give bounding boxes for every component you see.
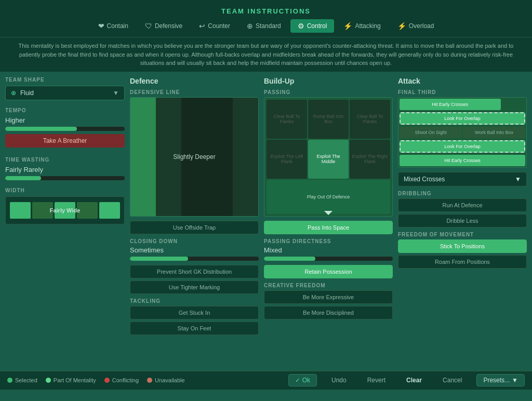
width-visual[interactable]: Fairly Wide bbox=[5, 196, 125, 224]
contain-icon: ❤ bbox=[98, 22, 104, 30]
time-wasting-section: TIME WASTING Fairly Rarely bbox=[5, 157, 125, 180]
width-value: Fairly Wide bbox=[50, 207, 81, 213]
closing-down-value: Sometimes bbox=[130, 246, 259, 254]
part-of-mentality-label: Part Of Mentality bbox=[54, 377, 96, 383]
width-section: WIDTH Fairly Wide bbox=[5, 188, 125, 224]
tempo-section: TEMPO Higher Take A Breather bbox=[5, 108, 125, 150]
presets-button[interactable]: Presets... ▼ bbox=[476, 374, 525, 386]
defence-panel: Defence DEFENSIVE LINE Slightly Deeper U… bbox=[130, 77, 259, 366]
cancel-button[interactable]: Cancel bbox=[436, 375, 468, 386]
undo-button[interactable]: Undo bbox=[325, 375, 353, 386]
att-hit-early-top[interactable]: Hit Early Crosses bbox=[400, 99, 501, 110]
retain-possession-button[interactable]: Retain Possession bbox=[264, 265, 393, 278]
tab-standard[interactable]: ⊕ Standard bbox=[240, 19, 288, 33]
att-hit-early-bottom[interactable]: Hit Early Crosses bbox=[400, 155, 525, 166]
left-panel: TEAM SHAPE ⊕ Fluid ▼ TEMPO Higher Take A… bbox=[5, 77, 125, 366]
time-wasting-slider[interactable] bbox=[5, 176, 125, 180]
legend-selected: Selected bbox=[7, 377, 37, 383]
bu-exploit-left[interactable]: Exploit The Left Flank bbox=[267, 140, 307, 179]
tab-attacking[interactable]: ⚡ Attacking bbox=[336, 19, 388, 33]
bu-play-out[interactable]: Play Out Of Defence bbox=[267, 180, 390, 213]
be-expressive-button[interactable]: Be More Expressive bbox=[264, 290, 393, 304]
footer: Selected Part Of Mentality Conflicting U… bbox=[0, 371, 532, 390]
tighter-marking-button[interactable]: Use Tighter Marking bbox=[130, 280, 259, 294]
defensive-line-value: Slightly Deeper bbox=[173, 153, 215, 161]
closing-down-label: CLOSING DOWN bbox=[130, 238, 259, 244]
att-shoot-sight[interactable]: Shoot On Sight bbox=[400, 127, 462, 138]
chevron-down-icon: ▼ bbox=[113, 89, 119, 97]
att-work-ball[interactable]: Work Ball Into Box bbox=[463, 127, 525, 138]
revert-button[interactable]: Revert bbox=[361, 375, 392, 386]
tackling-label: TACKLING bbox=[130, 298, 259, 304]
get-stuck-button[interactable]: Get Stuck In bbox=[130, 306, 259, 319]
defensive-line-viz: Slightly Deeper bbox=[130, 97, 259, 217]
conflicting-dot bbox=[104, 378, 110, 383]
clear-button[interactable]: Clear bbox=[400, 375, 428, 386]
defensive-icon: 🛡 bbox=[145, 22, 152, 30]
legend-part-of-mentality: Part Of Mentality bbox=[46, 377, 96, 383]
tempo-slider[interactable] bbox=[5, 127, 125, 131]
main-content: TEAM SHAPE ⊕ Fluid ▼ TEMPO Higher Take A… bbox=[0, 72, 532, 371]
att-look-overlap-top[interactable]: Look For Overlap bbox=[400, 112, 525, 125]
width-block-1 bbox=[10, 202, 31, 219]
team-shape-label: TEAM SHAPE bbox=[5, 77, 125, 83]
passing-directness-fill bbox=[264, 257, 315, 261]
legend-unavailable: Unavailable bbox=[147, 377, 184, 383]
creative-freedom-label: CREATIVE FREEDOM bbox=[264, 283, 393, 288]
tab-counter[interactable]: ↩ Counter bbox=[192, 19, 237, 33]
time-wasting-value: Fairly Rarely bbox=[5, 166, 125, 173]
stay-feet-button[interactable]: Stay On Feet bbox=[130, 322, 259, 335]
offside-trap-button[interactable]: Use Offside Trap bbox=[130, 221, 259, 234]
attack-row-last: Hit Early Crosses bbox=[398, 154, 526, 167]
att-look-overlap-bottom[interactable]: Look For Overlap bbox=[400, 140, 525, 153]
run-at-defence-button[interactable]: Run At Defence bbox=[398, 198, 527, 212]
legend-conflicting: Conflicting bbox=[104, 377, 139, 383]
tab-overload[interactable]: ⚡ Overload bbox=[390, 19, 442, 33]
mentality-description: This mentality is best employed for matc… bbox=[0, 37, 532, 72]
stick-positions-button[interactable]: Stick To Positions bbox=[398, 239, 527, 253]
counter-icon: ↩ bbox=[199, 22, 205, 30]
final-third-label: FINAL THIRD bbox=[398, 89, 527, 95]
passing-directness-slider[interactable] bbox=[264, 257, 393, 261]
mixed-crosses-chevron: ▼ bbox=[515, 176, 521, 183]
bu-pump-box[interactable]: Pump Ball Into Box bbox=[308, 100, 349, 139]
attack-viz: Hit Early Crosses Look For Overlap Shoot… bbox=[398, 97, 527, 168]
be-disciplined-button[interactable]: Be More Disciplined bbox=[264, 306, 393, 319]
stripe-1 bbox=[130, 98, 156, 216]
defence-title: Defence bbox=[130, 77, 259, 85]
width-block-5 bbox=[99, 202, 120, 219]
bu-clear-right[interactable]: Clear Ball To Flanks bbox=[350, 100, 390, 139]
conflicting-label: Conflicting bbox=[112, 377, 139, 383]
attacking-icon: ⚡ bbox=[343, 22, 352, 30]
take-breather-button[interactable]: Take A Breather bbox=[5, 134, 125, 148]
dribble-less-button[interactable]: Dribble Less bbox=[398, 214, 527, 228]
time-wasting-fill bbox=[5, 176, 41, 180]
control-icon: ⚙ bbox=[298, 22, 304, 30]
tab-control[interactable]: ⚙ Control bbox=[290, 19, 335, 33]
standard-icon: ⊕ bbox=[247, 22, 253, 30]
closing-down-fill bbox=[130, 257, 188, 261]
header: TEAM INSTRUCTIONS ❤ Contain 🛡 Defensive … bbox=[0, 0, 532, 37]
tab-contain[interactable]: ❤ Contain bbox=[91, 19, 136, 33]
bu-exploit-right[interactable]: Exploit The Right Flank bbox=[350, 140, 390, 179]
roam-positions-button[interactable]: Roam From Positions bbox=[398, 255, 527, 269]
passing-directness-value: Mixed bbox=[264, 246, 393, 254]
pass-into-space-button[interactable]: Pass Into Space bbox=[264, 221, 393, 234]
tab-defensive[interactable]: 🛡 Defensive bbox=[138, 19, 190, 33]
selected-dot bbox=[7, 378, 12, 383]
prevent-gk-button[interactable]: Prevent Short GK Distribution bbox=[130, 265, 259, 278]
buildup-panel: Build-Up PASSING Clear Ball To Flanks Pu… bbox=[264, 77, 393, 366]
team-shape-dropdown[interactable]: ⊕ Fluid ▼ bbox=[5, 86, 125, 100]
team-shape-icon: ⊕ bbox=[11, 89, 16, 97]
tempo-value: Higher bbox=[5, 116, 125, 124]
selected-label: Selected bbox=[15, 377, 37, 383]
attack-panel: Attack FINAL THIRD Hit Early Crosses Loo… bbox=[398, 77, 527, 366]
att-space bbox=[502, 99, 525, 110]
mixed-crosses-dropdown[interactable]: Mixed Crosses ▼ bbox=[398, 172, 527, 186]
buildup-title: Build-Up bbox=[264, 77, 393, 85]
bu-clear-left[interactable]: Clear Ball To Flanks bbox=[267, 100, 307, 139]
closing-down-slider[interactable] bbox=[130, 257, 259, 261]
ok-button[interactable]: ✓ Ok bbox=[288, 374, 317, 386]
presets-label: Presets... bbox=[483, 377, 510, 384]
bu-exploit-middle[interactable]: Exploit The Middle bbox=[308, 140, 349, 179]
